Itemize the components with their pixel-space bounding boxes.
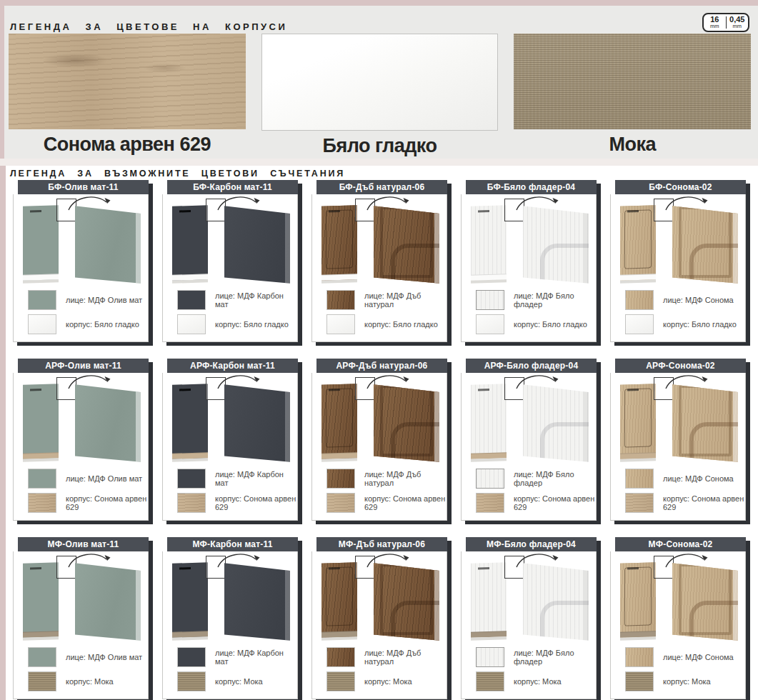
body-legend-row: корпус: Бяло гладко xyxy=(625,314,745,334)
body-color-chip xyxy=(177,493,206,513)
door-arch-detail xyxy=(540,422,593,468)
large-door-image xyxy=(374,557,439,641)
body-legend-row: корпус: Сонома арвен 629 xyxy=(625,493,745,513)
moka-swatch-image xyxy=(514,34,751,129)
door-arch-detail xyxy=(391,422,444,468)
face-legend-row: лице: МДФ Сонома xyxy=(625,290,745,310)
face-label: лице: МДФ Сонома xyxy=(663,474,734,483)
combination-card-title: БФ-Бяло фладер-04 xyxy=(487,182,575,192)
body-color-chip xyxy=(177,314,206,334)
face-color-chip xyxy=(326,647,355,667)
combination-card: БФ-Бяло фладер-04 лице: xyxy=(461,180,597,343)
body-label: корпус: Мока xyxy=(514,677,562,686)
face-color-chip xyxy=(28,647,56,667)
door-handle xyxy=(179,389,191,391)
carcass-swatch-byalo-gladko: Бяло гладко xyxy=(261,34,499,157)
carcass-swatch-sonoma-arven: Сонома арвен 629 xyxy=(9,34,246,157)
combination-card-body: лице: МДФ Бяло фладер корпус: Мока xyxy=(461,551,597,699)
door-illustration xyxy=(14,373,148,467)
combination-card-title: АРФ-Дъб натурал-06 xyxy=(336,361,428,371)
face-legend-row: лице: МДФ Сонома xyxy=(625,469,745,489)
face-color-chip xyxy=(177,469,206,489)
body-legend-row: корпус: Сонома арвен 629 xyxy=(476,493,596,513)
door-handle xyxy=(478,389,489,391)
small-door-image xyxy=(471,562,507,638)
swatch-caption: Сонома арвен 629 xyxy=(9,134,246,156)
face-label: лице: МДФ Дъб натурал xyxy=(364,470,447,487)
combination-card-title: АРФ-Карбон мат-11 xyxy=(190,361,275,371)
body-label: корпус: Сонома арвен 629 xyxy=(663,494,745,511)
combination-card: МФ-Бяло фладер-04 лице: xyxy=(461,537,597,700)
face-color-chip xyxy=(326,290,355,310)
face-legend-row: лице: МДФ Карбон мат xyxy=(177,647,297,667)
catalog-page: ЛЕГЕНДА ЗА ЦВЕТОВЕ НА КОРПУСИ 16 mm 0,45… xyxy=(0,0,758,700)
combination-card-body: лице: МДФ Олив мат корпус: Сонома арвен … xyxy=(13,373,149,521)
body-label: корпус: Бяло гладко xyxy=(66,320,139,329)
face-legend-row: лице: МДФ Дъб натурал xyxy=(326,647,447,667)
door-handle xyxy=(329,389,340,391)
face-color-chip xyxy=(476,290,504,310)
door-illustration xyxy=(312,551,447,646)
combination-card-body: лице: МДФ Сонома корпус: Бяло гладко xyxy=(610,194,746,342)
door-handle xyxy=(179,567,191,570)
carcass-swatch-row: Сонома арвен 629 Бяло гладко Мока xyxy=(9,34,751,157)
large-door-image xyxy=(224,379,290,463)
face-legend-row: лице: МДФ Карбон мат xyxy=(177,290,297,310)
face-legend-row: лице: МДФ Бяло фладер xyxy=(476,647,596,667)
large-door-image xyxy=(374,379,439,463)
board-thickness: 16 mm xyxy=(704,16,726,29)
door-illustration xyxy=(462,551,596,646)
face-label: лице: МДФ Карбон мат xyxy=(215,649,297,666)
door-illustration xyxy=(163,551,297,646)
carcass-swatch-moka: Мока xyxy=(514,34,751,157)
door-plinth xyxy=(321,452,357,459)
body-label: корпус: Бяло гладко xyxy=(663,320,737,329)
door-handle xyxy=(329,567,340,570)
door-handle xyxy=(627,210,639,213)
combination-card-title: БФ-Карбон мат-11 xyxy=(193,182,272,192)
body-label: корпус: Мока xyxy=(215,677,263,686)
door-handle xyxy=(329,210,340,213)
large-door-image xyxy=(523,379,589,463)
door-illustration xyxy=(14,551,148,646)
combination-card-body: лице: МДФ Бяло фладер корпус: Бяло гладк… xyxy=(461,194,597,342)
face-color-chip xyxy=(476,469,504,489)
section-divider xyxy=(0,159,758,166)
edge-band-thickness: 0,45 mm xyxy=(727,16,749,29)
door-handle xyxy=(627,389,639,391)
combination-card: БФ-Олив мат-11 лице: МД xyxy=(13,180,149,343)
body-legend-row: корпус: Мока xyxy=(625,671,745,691)
body-legend-row: корпус: Мока xyxy=(326,671,447,691)
combination-card-body: лице: МДФ Бяло фладер корпус: Сонома арв… xyxy=(461,373,597,521)
body-color-chip xyxy=(326,493,355,513)
combination-card-body: лице: МДФ Дъб натурал корпус: Мока xyxy=(311,551,447,699)
face-color-chip xyxy=(625,469,654,489)
body-color-chip xyxy=(28,671,56,691)
combination-card-body: лице: МДФ Сонома корпус: Сонома арвен 62… xyxy=(610,373,746,521)
door-handle xyxy=(30,389,41,391)
large-door-image xyxy=(224,200,290,284)
face-label: лице: МДФ Олив мат xyxy=(66,653,142,661)
door-illustration xyxy=(611,551,745,646)
combination-card: МФ-Дъб натурал-06 лице: xyxy=(311,537,447,700)
face-color-chip xyxy=(625,290,654,310)
combination-card-title: АРФ-Олив мат-11 xyxy=(45,361,121,371)
door-arch-detail xyxy=(689,422,742,468)
face-color-chip xyxy=(28,290,56,310)
sonoma-arven-swatch-image xyxy=(9,34,246,129)
door-plinth xyxy=(620,452,656,459)
combination-card-body: лице: МДФ Олив мат корпус: Бяло гладко xyxy=(13,194,149,342)
combinations-section: ЛЕГЕНДА ЗА ВЪЗМОЖНИТЕ ЦВЕТОВИ СЪЧЕТАНИЯ … xyxy=(6,166,758,700)
door-illustration xyxy=(14,194,148,289)
combination-card-body: лице: МДФ Сонома корпус: Мока xyxy=(610,551,746,699)
body-legend-row: корпус: Бяло гладко xyxy=(177,314,297,334)
face-label: лице: МДФ Олив мат xyxy=(66,474,142,483)
combination-card-body: лице: МДФ Дъб натурал корпус: Бяло гладк… xyxy=(311,194,447,342)
door-plinth xyxy=(172,274,208,281)
face-label: лице: МДФ Карбон мат xyxy=(215,291,297,309)
face-legend-row: лице: МДФ Олив мат xyxy=(28,290,148,310)
large-door-image xyxy=(672,200,738,284)
combination-card: АРФ-Дъб натурал-06 лице xyxy=(311,359,447,521)
face-label: лице: МДФ Сонома xyxy=(663,296,734,304)
large-door-image xyxy=(523,557,589,641)
